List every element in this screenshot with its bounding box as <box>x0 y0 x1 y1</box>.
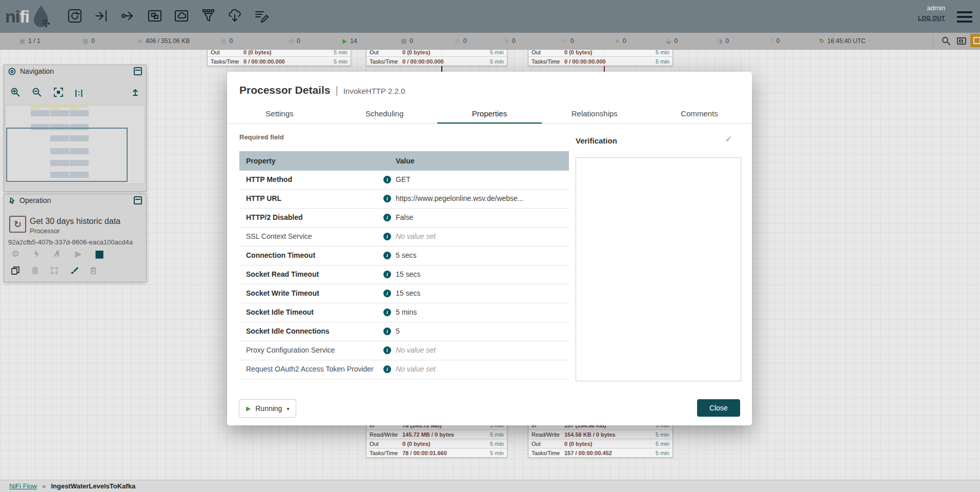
refresh-icon[interactable]: ↻ <box>819 37 824 45</box>
processor-stats-block[interactable]: Out0 (0 bytes)5 minTasks/Time0 / 00:00:0… <box>528 47 673 66</box>
label-icon[interactable] <box>253 7 270 25</box>
tab-relationships[interactable]: Relationships <box>542 105 647 124</box>
stat-label: Out <box>370 441 402 447</box>
go-up-icon[interactable] <box>131 88 140 97</box>
minimap-viewport[interactable] <box>6 128 128 182</box>
locally-modified-icon: ∗ <box>615 37 620 45</box>
info-icon[interactable]: i <box>383 309 391 316</box>
status-locally-modified: ∗0 <box>615 33 626 49</box>
status-value: 406 / 351.06 KB <box>146 37 190 45</box>
info-icon[interactable]: i <box>383 290 391 297</box>
disable-button[interactable]: ϟ <box>51 249 64 259</box>
info-icon[interactable]: i <box>383 214 391 221</box>
stat-value: 78 / 00:00:01.660 <box>402 450 490 456</box>
collapse-panel-icon[interactable] <box>134 196 142 204</box>
tab-properties[interactable]: Properties <box>437 105 542 124</box>
dialog-tabs: SettingsSchedulingPropertiesRelationship… <box>227 105 752 124</box>
copy-button[interactable] <box>9 266 22 275</box>
status-running: ▶14 <box>342 33 357 49</box>
info-icon[interactable]: i <box>383 195 391 202</box>
status-clustered-nodes: ▣1 / 1 <box>19 33 40 49</box>
search-icon[interactable] <box>941 36 951 46</box>
property-row: Socket Idle Connectionsi5 <box>239 322 569 341</box>
status-stale: ◒0 <box>666 33 678 49</box>
info-icon[interactable]: i <box>383 365 391 373</box>
status-bar: ↻ 16:45:40 UTC ▣1 / 1▦0≡406 / 351.06 KB◎… <box>0 33 980 50</box>
stat-window: 5 min <box>656 450 669 456</box>
start-button[interactable]: ▶ <box>72 249 85 259</box>
zoom-in-icon[interactable] <box>10 87 21 97</box>
close-button[interactable]: Close <box>697 399 740 417</box>
status-queued: ≡406 / 351.06 KB <box>137 33 190 49</box>
processor-stats-block[interactable]: In157 (154.58 KB)5 minRead/Write154.58 K… <box>528 420 673 458</box>
stop-button[interactable]: ■ <box>93 248 106 260</box>
stat-value: 0 (0 bytes) <box>564 441 656 447</box>
breadcrumb-root-link[interactable]: NiFi Flow <box>9 482 37 490</box>
enable-button[interactable]: ϟ <box>30 249 43 259</box>
zoom-out-icon[interactable] <box>32 87 42 97</box>
birdseye-button[interactable] <box>956 33 967 49</box>
processor-icon[interactable] <box>66 7 84 25</box>
property-column-header: Property <box>246 151 276 171</box>
app-header: nifi <box>0 0 980 33</box>
run-state-button[interactable]: ▶ Running ▾ <box>239 399 296 418</box>
verification-check-icon[interactable]: ✓ <box>725 134 732 144</box>
play-icon: ▶ <box>246 405 251 412</box>
status-value: 0 <box>725 37 729 45</box>
info-icon[interactable]: i <box>383 233 391 240</box>
flow-download-icon[interactable] <box>226 7 243 25</box>
property-value: GET <box>396 171 411 189</box>
info-icon[interactable]: i <box>383 346 391 354</box>
search-button[interactable] <box>941 33 951 49</box>
global-menu-icon[interactable] <box>957 11 972 23</box>
processor-stats-block[interactable]: Out0 (0 bytes)5 minTasks/Time0 / 00:00:0… <box>366 47 507 66</box>
logout-link[interactable]: LOG OUT <box>918 15 945 21</box>
property-value: 5 <box>396 322 400 340</box>
process-group-icon[interactable] <box>146 7 164 25</box>
breadcrumb-separator: » <box>42 482 46 490</box>
birdseye-minimap[interactable] <box>5 105 145 184</box>
tab-comments[interactable]: Comments <box>647 105 752 124</box>
processor-stats-block[interactable]: In78 (145.72 MB)5 minRead/Write145.72 MB… <box>366 420 507 458</box>
stale-icon: ◒ <box>666 37 671 45</box>
group-button[interactable] <box>48 266 60 275</box>
status-locally-modified-stale: ◑0 <box>717 33 729 49</box>
processor-stats-block[interactable]: Out0 (0 bytes)5 minTasks/Time0 / 00:00:0… <box>207 47 351 66</box>
tab-scheduling[interactable]: Scheduling <box>332 105 437 124</box>
property-name: Socket Read Timeout <box>246 265 319 283</box>
tab-settings[interactable]: Settings <box>227 105 332 124</box>
info-icon[interactable]: i <box>383 176 391 183</box>
birdseye-icon[interactable] <box>956 36 967 46</box>
output-port-icon[interactable] <box>119 7 137 25</box>
stat-window: 5 min <box>490 450 504 456</box>
selected-component-name: Get 30 days historic data <box>30 217 120 226</box>
color-brush-button[interactable] <box>68 266 80 275</box>
dialog-subtitle: InvokeHTTP 2.2.0 <box>343 87 405 95</box>
zoom-fit-icon[interactable] <box>53 87 64 97</box>
stat-row: Tasks/Time157 / 00:00:00.4525 min <box>528 448 672 457</box>
property-value: No value set <box>396 228 436 245</box>
last-refreshed-time: 16:45:40 UTC <box>827 37 866 45</box>
running-icon: ▶ <box>342 37 347 45</box>
status-refresh[interactable]: ↻ 16:45:40 UTC <box>819 33 866 49</box>
property-row: Connection Timeouti5 secs <box>239 247 569 265</box>
flow-settings-button[interactable] <box>970 34 980 47</box>
delete-button[interactable] <box>87 266 99 275</box>
property-value: No value set <box>396 341 436 359</box>
stat-label: Tasks/Time <box>532 58 564 65</box>
paste-button[interactable] <box>29 266 41 275</box>
collapse-panel-icon[interactable] <box>134 67 142 75</box>
info-icon[interactable]: i <box>383 327 391 335</box>
property-name: Socket Idle Connections <box>246 322 330 340</box>
info-icon[interactable]: i <box>383 271 391 278</box>
zoom-actual-size-icon[interactable]: |:| <box>75 88 83 97</box>
info-icon[interactable]: i <box>383 252 391 259</box>
property-name: HTTP/2 Disabled <box>246 209 302 227</box>
active-threads-icon: ▦ <box>83 37 88 45</box>
remote-process-group-icon[interactable] <box>173 7 190 25</box>
input-port-icon[interactable] <box>93 7 110 25</box>
component-toolbar <box>66 7 270 25</box>
funnel-icon[interactable] <box>199 7 217 25</box>
configure-button[interactable]: ⚙ <box>9 249 22 259</box>
stat-label: Tasks/Time <box>211 58 243 65</box>
